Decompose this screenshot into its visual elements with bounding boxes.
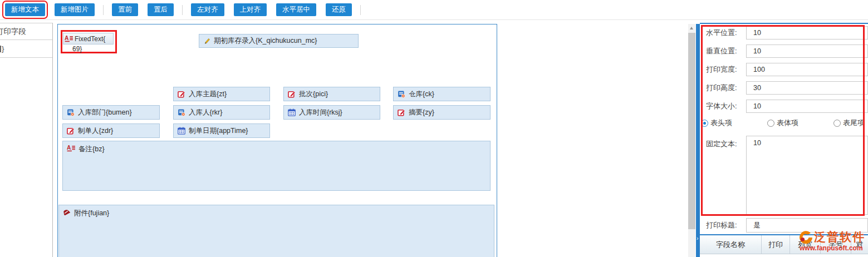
canvas-field-label: 入库时间{rksj}: [299, 108, 342, 117]
canvas-field-creator[interactable]: 制单人{zdr}: [62, 123, 160, 138]
radio-table-header-item[interactable]: [701, 120, 708, 127]
canvas-field-label: 制单人{zdr}: [78, 126, 113, 136]
fixed-text-element-highlight[interactable]: FixedText{ 69}: [61, 30, 117, 53]
panel-splitter[interactable]: ›: [696, 24, 700, 257]
canvas-field-label: 期初库存录入{K_qichukucun_mc}: [214, 36, 317, 46]
canvas-field-title[interactable]: 期初库存录入{K_qichukucun_mc}: [199, 34, 359, 48]
canvas-field-time[interactable]: 入库时间{rksj}: [283, 105, 380, 120]
print-title-label: 打印标题:: [706, 219, 746, 232]
horizontal-position-input[interactable]: 10: [746, 26, 868, 39]
canvas-field-label: 制单日期{appTime}: [189, 126, 248, 136]
splitter-collapse-icon[interactable]: ›: [697, 236, 698, 241]
send-back-button[interactable]: 置后: [148, 3, 174, 16]
fixed-text-textarea[interactable]: 10: [746, 136, 868, 215]
fixed-text-label: 固定文本:: [706, 137, 746, 151]
canvas-field-subject[interactable]: 入库主题{zt}: [173, 87, 270, 101]
horizontal-position-label: 水平位置:: [706, 26, 746, 39]
add-text-button[interactable]: 新增文本: [5, 3, 45, 16]
canvas-field-remark[interactable]: 备注{bz}: [62, 141, 491, 191]
canvas-field-label: 入库人{rkr}: [189, 108, 222, 117]
column-print: 打印: [762, 235, 790, 254]
print-height-input[interactable]: 30: [746, 81, 868, 95]
print-height-label: 打印高度:: [706, 81, 746, 95]
edit-icon: [67, 127, 75, 135]
align-left-button[interactable]: 左对齐: [191, 3, 224, 16]
scrollbar-thumb[interactable]: [688, 33, 695, 229]
radio-table-body-item[interactable]: [767, 120, 774, 127]
align-top-button[interactable]: 上对齐: [234, 3, 267, 16]
column-field-name: 字段名称: [700, 235, 762, 254]
edit-icon: [288, 90, 296, 98]
fixed-text-line2: 69}: [72, 45, 82, 53]
fixed-text-line1: FixedText{: [75, 35, 105, 43]
calendar-icon: [288, 108, 296, 116]
canvas-field-label: 入库部门{bumen}: [78, 108, 132, 117]
attachment-icon: [63, 209, 71, 216]
print-width-input[interactable]: 100: [746, 63, 868, 76]
print-template-designer: 新增文本 新增图片 置前 置后 左对齐 上对齐 水平居中 还原 打印字段 } F…: [0, 0, 868, 257]
print-title-input[interactable]: 是: [746, 218, 868, 233]
radio-table-body-label[interactable]: 表体项: [777, 117, 798, 128]
font-size-input[interactable]: 10: [746, 100, 868, 113]
pen-icon: [203, 37, 210, 45]
canvas-field-label: 仓库{ck}: [409, 90, 434, 99]
toolbar: 新增文本 新增图片 置前 置后 左对齐 上对齐 水平居中 还原: [0, 0, 868, 20]
radio-table-header-label[interactable]: 表头项: [710, 117, 732, 128]
text-icon: [67, 145, 75, 152]
text-icon: [65, 35, 73, 42]
print-fields-sidebar: 打印字段 }: [0, 23, 53, 257]
canvas-field-label: 备注{bz}: [79, 145, 105, 154]
calendar-icon: [178, 127, 185, 135]
radio-table-footer-item[interactable]: [833, 120, 841, 127]
print-width-label: 打印宽度:: [706, 63, 746, 76]
canvas-field-label: 附件{fujian}: [74, 209, 109, 218]
select-icon: [178, 108, 185, 116]
print-fields-header: 打印字段: [0, 23, 52, 40]
add-image-button[interactable]: 新增图片: [55, 3, 95, 16]
select-icon: [67, 108, 75, 116]
center-horizontal-button[interactable]: 水平居中: [276, 3, 316, 16]
scrollbar-up-arrow-icon[interactable]: [688, 24, 695, 32]
canvas-field-label: 入库主题{zt}: [189, 90, 227, 99]
radio-table-footer-label[interactable]: 表尾项: [843, 117, 865, 128]
canvas-field-label: 摘要{zy}: [409, 108, 434, 117]
column-font-size: 字号: [821, 235, 851, 254]
toolbar-separator: [360, 5, 361, 15]
clipped-glyph: [0, 46, 1, 52]
canvas-field-attachment[interactable]: 附件{fujian}: [58, 205, 494, 257]
vertical-position-label: 垂直位置:: [706, 45, 746, 58]
vertical-position-input[interactable]: 10: [746, 45, 868, 58]
print-field-list-item[interactable]: }: [0, 40, 52, 58]
canvas-field-batch[interactable]: 批次{pici}: [283, 87, 380, 101]
bring-front-button[interactable]: 置前: [112, 3, 138, 16]
toolbar-separator: [182, 5, 183, 15]
canvas-field-department[interactable]: 入库部门{bumen}: [62, 105, 160, 120]
print-field-item-label: }: [2, 40, 4, 57]
design-canvas[interactable]: FixedText{ 69} 期初库存录入{K_qichukucun_mc} 入…: [57, 24, 497, 257]
select-icon: [398, 90, 405, 98]
vertical-scrollbar[interactable]: [688, 24, 695, 257]
reset-button[interactable]: 还原: [326, 3, 352, 16]
canvas-field-label: 批次{pici}: [299, 90, 328, 99]
edit-icon: [178, 90, 185, 98]
canvas-field-summary[interactable]: 摘要{zy}: [393, 105, 491, 120]
column-align: 对: [851, 235, 868, 254]
canvas-field-warehouse[interactable]: 仓库{ck}: [393, 87, 491, 101]
fixed-text-element[interactable]: FixedText{: [63, 33, 114, 45]
canvas-field-receiver[interactable]: 入库人{rkr}: [173, 105, 270, 120]
font-size-label: 字体大小:: [706, 100, 746, 113]
toolbar-separator: [103, 5, 104, 15]
canvas-field-create-date[interactable]: 制单日期{appTime}: [173, 123, 270, 138]
field-table-header: 字段名称 打印 列宽 字号 对: [700, 234, 868, 254]
edit-icon: [398, 108, 405, 116]
column-width: 列宽: [790, 235, 821, 254]
